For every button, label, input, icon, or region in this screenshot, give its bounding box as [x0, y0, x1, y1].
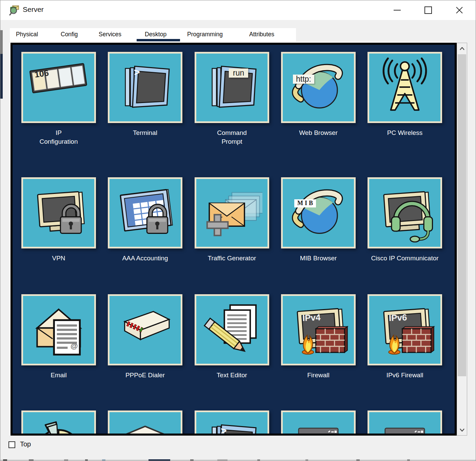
- tab-desktop[interactable]: Desktop: [145, 31, 166, 38]
- ip-configuration-icon: [28, 57, 89, 118]
- scrollbar-thumb[interactable]: [458, 54, 466, 376]
- terminal-icon: [115, 57, 176, 118]
- ipv4-label-text: IPv4: [302, 313, 321, 323]
- tile-label: Traffic Generator: [190, 254, 274, 263]
- tile-text-editor[interactable]: [195, 294, 269, 365]
- pc-wireless-icon: [374, 57, 435, 118]
- http-label-text: http:: [293, 75, 314, 84]
- tile-label: IP: [16, 128, 101, 137]
- tile-row4-terminal[interactable]: >: [195, 410, 269, 436]
- tile-label: Terminal: [103, 128, 187, 137]
- tile-ip-configuration[interactable]: 106: [21, 52, 96, 123]
- web-browser-icon: [288, 57, 349, 118]
- top-checkbox-label: Top: [20, 440, 31, 448]
- tile-aaa-accounting[interactable]: [108, 177, 182, 248]
- tile-label: Configuration: [16, 137, 101, 146]
- tile-command-prompt[interactable]: run: [195, 52, 269, 123]
- run-label-text: run: [229, 68, 248, 78]
- tile-label: MIB Browser: [276, 254, 361, 263]
- ip-config-number-text: 106: [34, 68, 49, 79]
- cloud-window-icon: [374, 416, 435, 436]
- firewall-icon: [288, 299, 349, 360]
- tile-label: VPN: [16, 254, 101, 263]
- chevron-down-icon: [460, 428, 464, 432]
- tab-attributes[interactable]: Attributes: [249, 31, 274, 38]
- cisco-ip-communicator-icon: [374, 182, 435, 243]
- tile-row4-pie[interactable]: [21, 410, 96, 436]
- close-icon: [456, 6, 463, 14]
- tile-label: Cisco IP Communicator: [362, 254, 447, 263]
- tab-services[interactable]: Services: [99, 31, 121, 38]
- top-checkbox[interactable]: [8, 441, 15, 448]
- tab-physical[interactable]: Physical: [16, 31, 38, 38]
- chevron-up-icon: [460, 47, 464, 50]
- pie-chart-icon: [28, 416, 89, 436]
- tile-traffic-generator[interactable]: [195, 177, 269, 248]
- minimize-icon: [394, 10, 401, 11]
- maximize-icon: [424, 6, 432, 14]
- server-dialog-window: { "window": { "title": "Server", "contro…: [0, 0, 476, 461]
- tile-row4-cloud-window-1[interactable]: [281, 410, 356, 436]
- tile-label: Email: [16, 371, 101, 380]
- tile-label: Command: [190, 128, 274, 137]
- email-icon: [28, 299, 89, 360]
- tile-pppoe-dialer[interactable]: [108, 294, 182, 365]
- title-bar: Server: [0, 0, 476, 20]
- vertical-scrollbar[interactable]: [457, 43, 467, 436]
- packet-tracer-logo-icon: [9, 5, 20, 16]
- tile-ipv6-firewall[interactable]: IPv6: [368, 294, 442, 365]
- tile-label: PC Wireless: [362, 128, 447, 137]
- mib-label-text: MIB: [294, 199, 316, 207]
- window-title: Server: [23, 5, 44, 14]
- ipv6-label-text: IPv6: [389, 313, 407, 323]
- desktop-panel: 106 > run http: IP Configuration Termina…: [11, 43, 457, 436]
- close-button[interactable]: [444, 0, 475, 20]
- tile-firewall[interactable]: IPv4: [281, 294, 356, 365]
- tile-row4-cube[interactable]: [108, 410, 182, 436]
- traffic-generator-icon: [201, 182, 262, 243]
- cube-icon: [115, 416, 176, 436]
- terminal-prompt-text: >: [220, 425, 227, 436]
- tab-config[interactable]: Config: [61, 31, 78, 38]
- minimize-button[interactable]: [381, 0, 413, 20]
- tile-cisco-ip-communicator[interactable]: [368, 177, 442, 248]
- aaa-accounting-icon: [115, 182, 176, 243]
- background-app-sliver: [0, 54, 3, 99]
- tab-bar: Physical Config Services Desktop Program…: [10, 28, 296, 42]
- terminal-icon: [201, 416, 262, 436]
- tile-vpn[interactable]: [21, 177, 96, 248]
- tile-label: Text Editor: [190, 371, 274, 380]
- tile-label: Firewall: [276, 371, 361, 380]
- tile-email[interactable]: @: [21, 294, 96, 365]
- tile-label: PPPoE Dialer: [103, 371, 187, 380]
- tile-row4-cloud-window-2[interactable]: [368, 410, 442, 436]
- tile-terminal[interactable]: >: [108, 52, 182, 123]
- tile-web-browser[interactable]: http:: [281, 52, 356, 123]
- tab-programming[interactable]: Programming: [187, 31, 223, 38]
- ipv6-firewall-icon: [374, 299, 435, 360]
- background-app-sliver: [0, 30, 3, 54]
- tile-pc-wireless[interactable]: [368, 52, 442, 123]
- cloud-window-icon: [288, 416, 349, 436]
- tile-label: Prompt: [190, 137, 274, 146]
- tile-mib-browser[interactable]: MIB: [281, 177, 356, 248]
- at-sign-text: @: [71, 342, 78, 350]
- selected-tab-indicator: [137, 39, 180, 41]
- vpn-icon: [28, 182, 89, 243]
- mib-browser-icon: [288, 182, 349, 243]
- pppoe-dialer-icon: [115, 299, 176, 360]
- terminal-prompt-text: >: [134, 66, 140, 78]
- tile-label: AAA Accounting: [103, 254, 187, 263]
- maximize-button[interactable]: [413, 0, 444, 20]
- command-prompt-icon: [201, 57, 262, 118]
- tile-label: IPv6 Firewall: [362, 371, 447, 380]
- scroll-up-button[interactable]: [457, 44, 467, 53]
- background-app-sliver: [0, 459, 476, 461]
- tile-label: Web Browser: [276, 128, 361, 137]
- text-editor-icon: [201, 299, 262, 360]
- scroll-down-button[interactable]: [457, 425, 467, 435]
- footer-bar: Top: [0, 436, 476, 459]
